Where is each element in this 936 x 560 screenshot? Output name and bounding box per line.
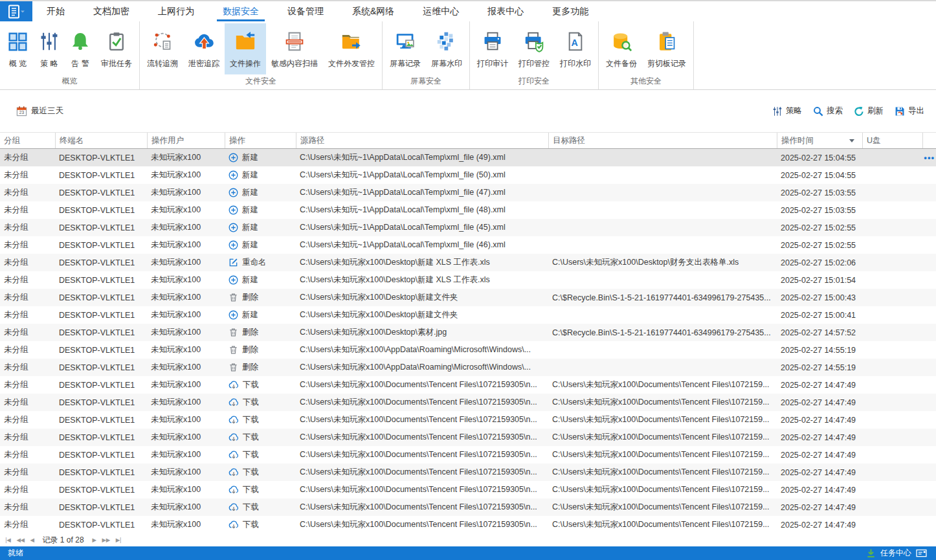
tab-ops-center[interactable]: 运维中心: [408, 1, 473, 21]
table-row[interactable]: 未分组DESKTOP-VLKTLE1未知玩家x100新建C:\Users\未知玩…: [0, 219, 936, 236]
cell-filler: [922, 376, 936, 394]
cell-op: 新建: [225, 166, 296, 184]
ribbon-item-approval-tasks[interactable]: 审批任务: [96, 23, 137, 74]
pager-next-page-button[interactable]: ▶▶: [102, 537, 110, 543]
cell-terminal: DESKTOP-VLKTLE1: [55, 376, 147, 394]
cell-filler: •••: [922, 149, 936, 166]
column-header-op[interactable]: 操作: [225, 133, 296, 148]
message-console-icon[interactable]: [916, 549, 927, 557]
ribbon-item-print-control[interactable]: 打印管控: [513, 23, 555, 74]
pager-first-button[interactable]: |◀: [5, 537, 10, 543]
cell-target: [548, 184, 777, 201]
tab-data-security[interactable]: 数据安全: [208, 1, 273, 21]
table-row[interactable]: 未分组DESKTOP-VLKTLE1未知玩家x100删除C:\Users\未知玩…: [0, 359, 936, 376]
pager-last-button[interactable]: ▶|: [116, 537, 121, 543]
table-row[interactable]: 未分组DESKTOP-VLKTLE1未知玩家x100下载C:\Users\未知玩…: [0, 481, 936, 498]
table-row[interactable]: 未分组DESKTOP-VLKTLE1未知玩家x100新建C:\Users\未知玩…: [0, 306, 936, 324]
cell-source: C:\Users\未知玩家x100\Documents\Tencent File…: [296, 516, 548, 533]
cell-source: C:\Users\未知玩家x100\Documents\Tencent File…: [296, 498, 548, 516]
table-row[interactable]: 未分组DESKTOP-VLKTLE1未知玩家x100下载C:\Users\未知玩…: [0, 376, 936, 394]
cell-user: 未知玩家x100: [147, 271, 225, 289]
ribbon-item-file-operation[interactable]: 文件操作: [225, 23, 266, 74]
table-row[interactable]: 未分组DESKTOP-VLKTLE1未知玩家x100下载C:\Users\未知玩…: [0, 429, 936, 446]
column-header-label: 操作时间: [781, 135, 814, 146]
toolbar-export-button[interactable]: 导出: [895, 106, 924, 117]
table-row[interactable]: 未分组DESKTOP-VLKTLE1未知玩家x100新建C:\Users\未知玩…: [0, 201, 936, 219]
cell-source: C:\Users\未知玩~1\AppData\Local\Temp\xml_fi…: [296, 236, 548, 254]
column-header-terminal[interactable]: 终端名: [55, 133, 147, 148]
cell-op: 新建: [225, 201, 296, 219]
ribbon-item-file-outgoing[interactable]: 文件外发管控: [323, 23, 380, 74]
cell-filler: [922, 411, 936, 429]
ribbon-item-sensitive-scan[interactable]: 敏感内容扫描: [266, 23, 323, 74]
cell-target: C:\Users\未知玩家x100\Documents\Tencent File…: [548, 394, 777, 411]
operation-label: 新建: [242, 152, 258, 163]
table-row[interactable]: 未分组DESKTOP-VLKTLE1未知玩家x100下载C:\Users\未知玩…: [0, 464, 936, 481]
column-header-user[interactable]: 操作用户: [147, 133, 225, 148]
table-row[interactable]: 未分组DESKTOP-VLKTLE1未知玩家x100新建C:\Users\未知玩…: [0, 166, 936, 184]
table-row[interactable]: 未分组DESKTOP-VLKTLE1未知玩家x100下载C:\Users\未知玩…: [0, 394, 936, 411]
ribbon-item-print-audit[interactable]: 打印审计: [472, 23, 513, 74]
column-header-usb[interactable]: U盘: [862, 133, 922, 148]
tab-report-center[interactable]: 报表中心: [473, 1, 538, 21]
column-header-target[interactable]: 目标路径: [548, 133, 777, 148]
cell-user: 未知玩家x100: [147, 289, 225, 306]
cell-usb: [862, 446, 922, 464]
tab-doc-encryption[interactable]: 文档加密: [79, 1, 144, 21]
toolbar-refresh-button[interactable]: 刷新: [854, 106, 884, 117]
pager-prev-page-button[interactable]: ◀◀: [16, 537, 24, 543]
table-row[interactable]: 未分组DESKTOP-VLKTLE1未知玩家x100新建C:\Users\未知玩…: [0, 184, 936, 201]
ribbon-item-screen-watermark[interactable]: 屏幕水印: [426, 23, 467, 74]
cell-user: 未知玩家x100: [147, 498, 225, 516]
table-row[interactable]: 未分组DESKTOP-VLKTLE1未知玩家x100新建C:\Users\未知玩…: [0, 149, 936, 166]
tab-system-network[interactable]: 系统&网络: [338, 1, 408, 21]
table-row[interactable]: 未分组DESKTOP-VLKTLE1未知玩家x100新建C:\Users\未知玩…: [0, 236, 936, 254]
sort-desc-icon: [849, 139, 854, 142]
ribbon-item-policy[interactable]: 策 略: [34, 23, 65, 74]
new-plus-icon: [228, 205, 238, 215]
column-header-source[interactable]: 源路径: [296, 133, 548, 148]
cell-group: 未分组: [0, 149, 55, 166]
ribbon-item-flow-trace[interactable]: 流转追溯: [142, 23, 183, 74]
ribbon-item-overview[interactable]: 概 览: [2, 23, 34, 74]
table-row[interactable]: 未分组DESKTOP-VLKTLE1未知玩家x100下载C:\Users\未知玩…: [0, 411, 936, 429]
ribbon-item-leak-trace[interactable]: 泄密追踪: [183, 23, 225, 74]
tab-device-management[interactable]: 设备管理: [273, 1, 338, 21]
ribbon-item-screen-record[interactable]: 屏幕记录: [384, 23, 426, 74]
column-header-label: 源路径: [300, 135, 325, 146]
pager-prev-button[interactable]: ◀: [30, 537, 34, 543]
column-header-group[interactable]: 分组: [0, 133, 55, 148]
cell-time: 2025-02-27 15:02:55: [777, 236, 862, 254]
table-row[interactable]: 未分组DESKTOP-VLKTLE1未知玩家x100下载C:\Users\未知玩…: [0, 446, 936, 464]
table-row[interactable]: 未分组DESKTOP-VLKTLE1未知玩家x100删除C:\Users\未知玩…: [0, 341, 936, 359]
tab-more-features[interactable]: 更多功能: [538, 1, 603, 21]
cell-time: 2025-02-27 14:47:49: [777, 411, 862, 429]
cell-filler: [922, 219, 936, 236]
table-row[interactable]: 未分组DESKTOP-VLKTLE1未知玩家x100下载C:\Users\未知玩…: [0, 498, 936, 516]
column-header-time[interactable]: 操作时间: [777, 133, 862, 148]
pager-next-button[interactable]: ▶: [93, 537, 96, 543]
app-menu-button[interactable]: [0, 1, 32, 21]
toolbar-search-button[interactable]: 搜索: [813, 106, 843, 117]
cell-time: 2025-02-27 14:47:49: [777, 464, 862, 481]
cell-group: 未分组: [0, 359, 55, 376]
table-row[interactable]: 未分组DESKTOP-VLKTLE1未知玩家x100重命名C:\Users\未知…: [0, 254, 936, 271]
date-range-filter-button[interactable]: 23 最近三天: [16, 106, 63, 117]
ribbon-item-alert[interactable]: 告 警: [65, 23, 96, 74]
table-row[interactable]: 未分组DESKTOP-VLKTLE1未知玩家x100删除C:\Users\未知玩…: [0, 289, 936, 306]
table-row[interactable]: 未分组DESKTOP-VLKTLE1未知玩家x100删除C:\Users\未知玩…: [0, 324, 936, 341]
toolbar-policy-button[interactable]: 策略: [772, 106, 802, 117]
download-cloud-icon: [228, 415, 239, 425]
row-actions-ellipsis[interactable]: •••: [924, 153, 935, 162]
tab-web-behavior[interactable]: 上网行为: [144, 1, 208, 21]
ribbon-item-clipboard-record[interactable]: 剪切板记录: [642, 23, 691, 74]
tab-start[interactable]: 开始: [32, 1, 79, 21]
ribbon-item-file-backup[interactable]: 文件备份: [601, 23, 642, 74]
cell-target: [548, 149, 777, 166]
cell-user: 未知玩家x100: [147, 359, 225, 376]
task-center-button[interactable]: 任务中心: [880, 548, 911, 559]
table-row[interactable]: 未分组DESKTOP-VLKTLE1未知玩家x100新建C:\Users\未知玩…: [0, 271, 936, 289]
cell-target: C:\Users\未知玩家x100\Documents\Tencent File…: [548, 481, 777, 498]
ribbon-item-print-watermark[interactable]: A打印水印: [555, 23, 596, 74]
table-row[interactable]: 未分组DESKTOP-VLKTLE1未知玩家x100下载C:\Users\未知玩…: [0, 516, 936, 533]
